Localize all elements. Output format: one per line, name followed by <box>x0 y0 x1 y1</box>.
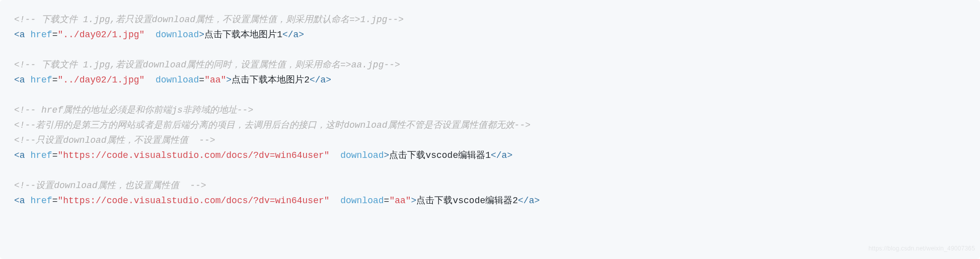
code-token <box>25 30 31 40</box>
code-token: = <box>199 75 204 85</box>
code-token: download <box>340 150 384 160</box>
code-token: <a <box>14 150 25 160</box>
code-line: <!-- href属性的地址必须是和你前端js非跨域的地址--> <box>14 105 253 115</box>
code-line: <a href="../day02/1.jpg" download>点击下载本地… <box>14 30 304 40</box>
code-token: href <box>30 75 52 85</box>
code-token: download <box>340 196 384 206</box>
code-token: > <box>226 75 232 85</box>
code-token <box>25 75 31 85</box>
code-token: <!--设置download属性，也设置属性值 --> <box>14 181 206 191</box>
code-token: "../day02/1.jpg" <box>57 75 144 85</box>
code-token: = <box>384 196 390 206</box>
code-token: <a <box>14 196 25 206</box>
code-line: <!--若引用的是第三方的网站或者是前后端分离的项目，去调用后台的接口，这时do… <box>14 120 531 130</box>
code-line: <!--设置download属性，也设置属性值 --> <box>14 181 206 191</box>
code-token: = <box>52 150 58 160</box>
code-token: <!--若引用的是第三方的网站或者是前后端分离的项目，去调用后台的接口，这时do… <box>14 120 531 130</box>
code-token: > <box>384 150 390 160</box>
code-token: "../day02/1.jpg" <box>57 30 144 40</box>
code-token <box>25 196 31 206</box>
code-token <box>330 196 341 206</box>
code-block: <!-- 下载文件 1.jpg,若只设置download属性，不设置属性值，则采… <box>0 0 980 259</box>
code-line: <!-- 下载文件 1.jpg,若只设置download属性，不设置属性值，则采… <box>14 15 404 25</box>
code-token: "aa" <box>204 75 226 85</box>
code-token: <a <box>14 75 25 85</box>
code-token: > <box>411 196 417 206</box>
code-token: </a> <box>310 75 331 85</box>
code-token: = <box>52 196 58 206</box>
code-token: = <box>52 75 58 85</box>
code-token: > <box>199 30 204 40</box>
code-token <box>144 30 156 40</box>
code-token: download <box>156 30 199 40</box>
code-token: <a <box>14 30 25 40</box>
code-token: "aa" <box>389 196 411 206</box>
code-line: <!--只设置download属性，不设置属性值 --> <box>14 135 215 145</box>
watermark-text: https://blog.csdn.net/weixin_49007365 <box>868 241 975 256</box>
code-token: <!--只设置download属性，不设置属性值 --> <box>14 135 215 145</box>
code-token: <!-- 下载文件 1.jpg,若设置download属性的同时，设置属性值，则… <box>14 60 400 70</box>
code-token: "https://code.visualstudio.com/docs/?dv=… <box>57 150 329 160</box>
code-token: "https://code.visualstudio.com/docs/?dv=… <box>57 196 329 206</box>
code-token: download <box>156 75 199 85</box>
code-token: 点击下载vscode编辑器2 <box>416 196 518 206</box>
code-token: 点击下载vscode编辑器1 <box>389 150 491 160</box>
code-token: <!-- 下载文件 1.jpg,若只设置download属性，不设置属性值，则采… <box>14 15 404 25</box>
code-line: <a href="../day02/1.jpg" download="aa">点… <box>14 75 331 85</box>
code-token: 点击下载本地图片1 <box>204 30 282 40</box>
code-token: href <box>30 196 52 206</box>
code-token <box>144 75 156 85</box>
code-token <box>25 150 31 160</box>
code-token: </a> <box>518 196 540 206</box>
code-token: href <box>30 150 52 160</box>
code-token: href <box>30 30 52 40</box>
code-token: = <box>52 30 58 40</box>
code-token: </a> <box>491 150 512 160</box>
code-token <box>330 150 341 160</box>
code-token: 点击下载本地图片2 <box>232 75 310 85</box>
code-line: <a href="https://code.visualstudio.com/d… <box>14 196 540 206</box>
code-line: <!-- 下载文件 1.jpg,若设置download属性的同时，设置属性值，则… <box>14 60 400 70</box>
code-token: </a> <box>282 30 304 40</box>
code-line: <a href="https://code.visualstudio.com/d… <box>14 150 512 160</box>
code-token: <!-- href属性的地址必须是和你前端js非跨域的地址--> <box>14 105 253 115</box>
